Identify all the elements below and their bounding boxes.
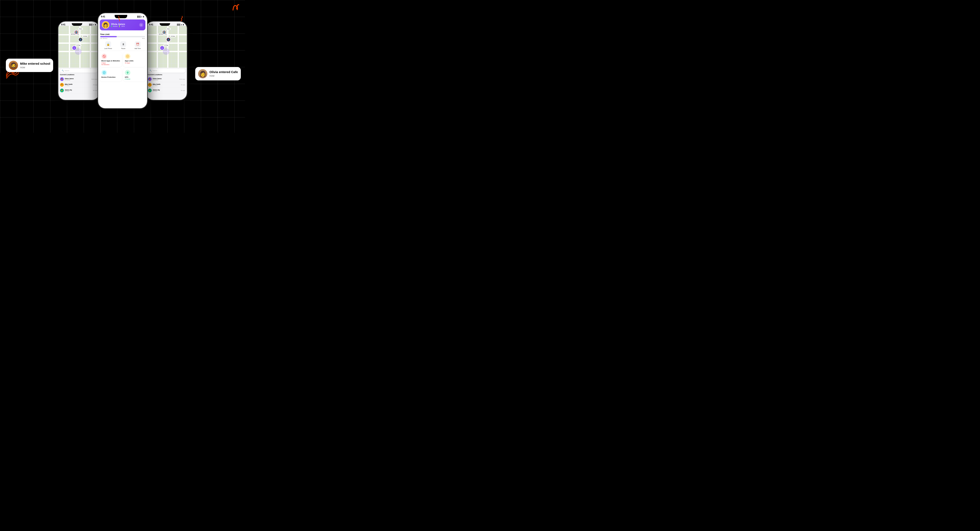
user-name: Olivia James bbox=[111, 23, 137, 26]
user-info: Olivia James Active 🔋 99% bbox=[111, 23, 137, 27]
user-header-card[interactable]: 👩 Olivia James Active 🔋 99% ▾ bbox=[100, 19, 145, 30]
search-placeholder-right: Search bbox=[153, 70, 157, 72]
road-v3-left bbox=[90, 26, 91, 68]
notif-title-right: Olivia entered Cafe bbox=[210, 70, 238, 74]
location-sub-james-right: At Hotel bbox=[153, 91, 180, 92]
app-logo bbox=[231, 2, 242, 15]
app-limits-icon bbox=[125, 54, 130, 59]
location-item-3-left: 👨 James Aly At Hotel 2hr ago bbox=[60, 88, 97, 93]
search-bar-left[interactable]: 🔍 Search bbox=[60, 69, 97, 73]
map-pin-1: 👤 bbox=[74, 30, 79, 35]
svg-line-1 bbox=[103, 55, 105, 57]
app-limits-sub: 31 Apps bbox=[125, 62, 144, 64]
status-icons-center: ▐▐▐ ▲ ▮ bbox=[137, 16, 144, 18]
time-max: 4hrs bbox=[142, 38, 145, 39]
phone-left: 9:41 ▐▐▐ ▲ ▮ ОСТАНКИНО bbox=[58, 21, 100, 100]
location-name-james-right: James Aly bbox=[153, 89, 180, 91]
battery-pct: 99% bbox=[121, 26, 125, 27]
location-item-1-right: 👩 Olivia James At School 3mins ago bbox=[148, 77, 185, 82]
lock-phone-btn[interactable]: 🔒 Lock Phone bbox=[104, 41, 112, 49]
search-icon-left: 🔍 bbox=[62, 70, 64, 72]
status-bar-center: 9:41 ▐▐▐ ▲ ▮ bbox=[98, 13, 147, 18]
location-name-olivia-right: Olivia James bbox=[153, 78, 178, 79]
block-apps-sub1: 4 Apps bbox=[102, 62, 120, 64]
controls-row: 🔒 Lock Phone ⏸ Pause ⏰ Add Time bbox=[98, 40, 147, 51]
app-limits-card[interactable]: App Limits 31 Apps bbox=[123, 52, 145, 67]
section-title-right: Current Locations bbox=[148, 74, 185, 76]
road-h2-right bbox=[146, 43, 187, 44]
avatar-james-left: 👨 bbox=[60, 89, 64, 92]
lock-phone-label: Lock Phone bbox=[104, 48, 112, 49]
time-right: 9:41 bbox=[149, 24, 153, 26]
block-apps-card[interactable]: Block Apps & Websites 4 Apps 58 Websites bbox=[100, 52, 122, 67]
dist-label-1: 6 km bbox=[78, 28, 83, 30]
user-chevron[interactable]: ▾ bbox=[139, 23, 143, 27]
signal-icon: ▐▐▐ bbox=[89, 24, 92, 26]
notification-left: 🧔 Mike entered school now bbox=[6, 59, 53, 72]
signal-icon-right: ▐▐▐ bbox=[177, 24, 180, 26]
time-limit-label: Time Limit bbox=[100, 33, 145, 35]
battery-icon-center: ▮ bbox=[143, 16, 144, 18]
status-icons-left: ▐▐▐ ▲ ▮ bbox=[89, 24, 96, 26]
time-current: 1hr 30mins bbox=[100, 38, 108, 39]
status-icons-right: ▐▐▐ ▲ ▮ bbox=[177, 24, 184, 26]
location-info-mike-right: Mike Smith At Office bbox=[153, 83, 180, 86]
road-v1-right bbox=[157, 26, 158, 68]
block-apps-sub2: 58 Websites bbox=[102, 64, 120, 65]
battery-icon-left: ▮ bbox=[95, 24, 96, 26]
phone-center: 9:41 ▐▐▐ ▲ ▮ 👩 Olivia James Active bbox=[97, 13, 148, 109]
location-info-mike-left: Mike Smith At Office bbox=[65, 83, 92, 86]
road-v2-right bbox=[167, 26, 169, 68]
device-protection-title: Device Protection bbox=[102, 76, 120, 78]
location-info-olivia-left: Olivia James At School bbox=[65, 78, 91, 81]
feature-grid: Block Apps & Websites 4 Apps 58 Websites… bbox=[98, 51, 147, 83]
avatar-james-right: 👨 bbox=[148, 89, 152, 92]
location-name-mike-left: Mike Smith bbox=[65, 83, 92, 85]
location-name-olivia-left: Olivia James bbox=[65, 78, 91, 79]
block-apps-icon bbox=[102, 54, 107, 59]
add-time-icon: ⏰ bbox=[135, 41, 141, 47]
status-dot bbox=[111, 26, 112, 27]
time-bar-labels: 1hr 30mins 4hrs bbox=[100, 38, 145, 39]
location-sub-olivia-right: At School bbox=[153, 79, 178, 81]
locations-section-left: Current Locations 👩 Olivia James At Scho… bbox=[58, 74, 99, 93]
add-time-btn[interactable]: ⏰ Add Time bbox=[135, 41, 141, 49]
user-avatar-large: 👩 bbox=[102, 21, 110, 29]
search-placeholder-left: Search bbox=[65, 70, 69, 72]
notif-avatar-right: 👩 bbox=[198, 69, 207, 78]
wifi-icon-center: ▲ bbox=[141, 16, 143, 18]
location-name-james-left: James Aly bbox=[65, 89, 92, 91]
pause-label: Pause bbox=[121, 48, 125, 49]
location-time-olivia-right: 3mins ago bbox=[179, 78, 185, 80]
location-sub-james-left: At Hotel bbox=[65, 91, 92, 92]
map-pin-r2: 👤 bbox=[166, 37, 171, 42]
pause-btn[interactable]: ⏸ Pause bbox=[120, 41, 126, 49]
locations-section-right: Current Locations 👩 Olivia James At Scho… bbox=[146, 74, 187, 93]
location-info-olivia-right: Olivia James At School bbox=[153, 78, 178, 81]
map-right: ОСТАНКИНО 👤 6 km 👤 4.2 km ● 1.7 km bbox=[146, 26, 187, 68]
location-info-james-right: James Aly At Hotel bbox=[153, 89, 180, 92]
gps-card[interactable]: GPS 2 Saved bbox=[123, 68, 145, 82]
notification-right: 👩 Olivia entered Cafe now bbox=[195, 67, 241, 80]
device-protection-card[interactable]: Device Protection bbox=[100, 68, 122, 82]
location-sub-olivia-left: At School bbox=[65, 79, 91, 81]
signal-icon-center: ▐▐▐ bbox=[137, 16, 140, 18]
pause-icon: ⏸ bbox=[120, 41, 126, 47]
dist-label-r1: 6 km bbox=[166, 28, 171, 30]
road-v2-left bbox=[79, 26, 81, 68]
location-time-mike-right: 1hr ago bbox=[181, 84, 185, 85]
dist-label-3: 1.7 km bbox=[76, 44, 81, 46]
location-item-3-right: 👨 James Aly At Hotel 2hr ago bbox=[148, 88, 185, 93]
map-pin-2: 👤 bbox=[78, 37, 83, 42]
notif-avatar-left: 🧔 bbox=[9, 61, 18, 70]
gps-title: GPS bbox=[125, 76, 144, 78]
notif-sub-right: now bbox=[210, 74, 238, 77]
avatar-mike-left: 👨 bbox=[60, 83, 64, 87]
search-bar-right[interactable]: 🔍 Search bbox=[148, 69, 185, 73]
location-item-2-left: 👨 Mike Smith At Office 1hr ago bbox=[60, 82, 97, 88]
block-apps-title: Block Apps & Websites bbox=[102, 60, 120, 62]
svg-point-3 bbox=[127, 56, 128, 57]
section-title-left: Current Locations bbox=[60, 74, 97, 76]
time-center: 9:41 bbox=[101, 16, 105, 18]
dist-label-2: 4.2 km bbox=[82, 35, 88, 37]
